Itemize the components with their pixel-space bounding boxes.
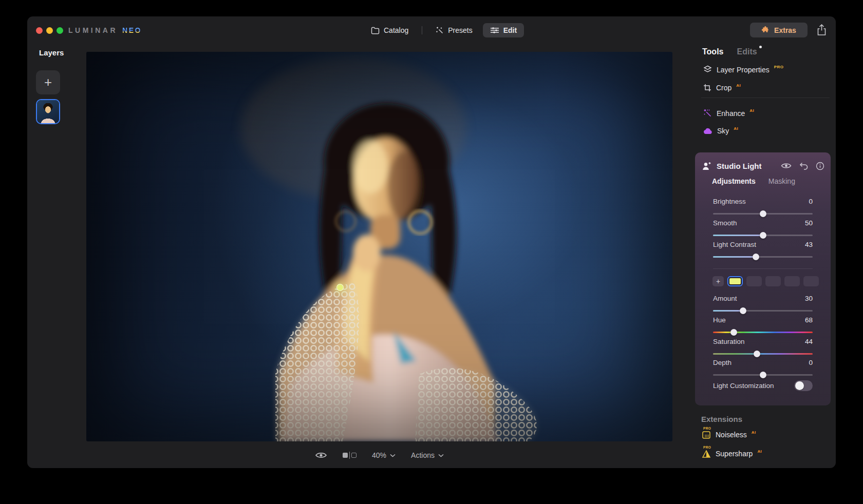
zoom-window-button[interactable] xyxy=(57,27,63,34)
puzzle-icon xyxy=(761,26,770,34)
amount-slider-knob[interactable] xyxy=(740,307,746,314)
depth-slider-knob[interactable] xyxy=(760,372,766,378)
supersharp-icon: PRO xyxy=(702,449,711,458)
reset-undo-icon[interactable] xyxy=(799,162,808,170)
compare-after-square xyxy=(351,453,357,458)
slider-value: 0 xyxy=(809,198,813,206)
light-swatch-empty[interactable] xyxy=(765,276,781,286)
cloud-icon xyxy=(703,128,712,134)
tab-tools[interactable]: Tools xyxy=(702,47,723,56)
edit-canvas[interactable] xyxy=(86,52,672,441)
minimize-window-button[interactable] xyxy=(46,27,53,34)
zoom-level-dropdown[interactable]: 40% xyxy=(372,451,396,459)
ai-badge: AI xyxy=(736,83,741,88)
layers-panel-title: Layers xyxy=(39,48,64,57)
light-contrast-slider[interactable] xyxy=(713,253,813,260)
light-swatch-empty[interactable] xyxy=(803,276,819,286)
add-layer-button[interactable]: + xyxy=(36,70,60,94)
layers-icon xyxy=(703,65,712,74)
info-icon[interactable] xyxy=(816,162,824,170)
crop-icon xyxy=(703,84,711,92)
slider-row-light-contrast: Light Contrast43 xyxy=(713,241,813,260)
studio-light-panel: Studio Light Adjustments Masking Brightn… xyxy=(695,152,831,405)
visibility-eye-icon[interactable] xyxy=(781,162,792,169)
tab-edits-label: Edits xyxy=(737,47,757,56)
amount-slider[interactable] xyxy=(713,307,813,314)
smooth-slider[interactable] xyxy=(713,231,813,239)
slider-label: Saturation xyxy=(713,338,745,346)
actions-dropdown[interactable]: Actions xyxy=(411,451,444,459)
light-customization-label: Light Customization xyxy=(713,382,774,390)
extension-label: Supersharp xyxy=(716,450,753,458)
slider-label: Brightness xyxy=(713,198,746,206)
studio-light-title: Studio Light xyxy=(717,162,761,170)
tab-adjustments[interactable]: Adjustments xyxy=(712,177,756,185)
tool-sky[interactable]: Sky AI xyxy=(703,127,738,135)
light-customization-toggle[interactable] xyxy=(794,380,813,391)
slider-value: 68 xyxy=(805,316,813,324)
tool-label: Layer Properties xyxy=(717,66,770,74)
hue-slider[interactable] xyxy=(713,328,813,336)
brightness-slider-knob[interactable] xyxy=(760,210,766,217)
extension-noiseless[interactable]: PRO Noiseless AI xyxy=(702,430,756,439)
tab-masking[interactable]: Masking xyxy=(768,177,795,185)
edits-notification-dot xyxy=(759,46,762,48)
brightness-slider[interactable] xyxy=(713,210,813,217)
chevron-down-icon xyxy=(390,454,396,457)
slider-label: Light Contrast xyxy=(713,241,756,249)
logo-luminar: LUMINAR xyxy=(68,26,118,34)
add-light-button[interactable]: + xyxy=(712,276,724,286)
slider-label: Hue xyxy=(713,316,726,324)
light-contrast-slider-knob[interactable] xyxy=(753,254,759,260)
slider-label: Amount xyxy=(713,295,737,303)
slider-row-brightness: Brightness0 xyxy=(713,198,813,217)
pro-mini-badge: PRO xyxy=(703,427,711,430)
share-icon[interactable] xyxy=(817,24,827,36)
layer-thumbnail-selected[interactable] xyxy=(36,99,60,124)
magic-wand-icon xyxy=(436,26,444,34)
app-window: LUMINAR NEO Catalog Presets Edit Extras … xyxy=(27,16,836,468)
close-window-button[interactable] xyxy=(36,27,43,34)
depth-slider[interactable] xyxy=(713,371,813,378)
ai-badge: AI xyxy=(749,108,754,113)
chevron-down-icon xyxy=(438,454,444,457)
tab-edit[interactable]: Edit xyxy=(483,23,524,37)
compare-icon[interactable] xyxy=(343,452,357,459)
slider-row-hue: Hue68 xyxy=(713,316,813,336)
light-swatch-empty[interactable] xyxy=(746,276,762,286)
tool-layer-properties[interactable]: Layer Properties PRO xyxy=(703,65,783,74)
slider-row-depth: Depth0 xyxy=(713,359,813,378)
studio-light-person-icon xyxy=(702,162,712,170)
smooth-slider-knob[interactable] xyxy=(760,232,766,239)
hue-slider-knob[interactable] xyxy=(730,329,737,336)
preview-eye-icon[interactable] xyxy=(315,451,327,459)
light-swatch-color xyxy=(729,278,741,284)
light-color-swatches: + xyxy=(712,276,819,286)
studio-light-source-handle[interactable] xyxy=(336,284,344,291)
light-swatch-empty[interactable] xyxy=(784,276,800,286)
app-logo: LUMINAR NEO xyxy=(68,26,142,34)
saturation-slider[interactable] xyxy=(713,350,813,357)
tab-edits[interactable]: Edits xyxy=(737,47,757,56)
canvas-toolbar: 40% Actions xyxy=(86,448,672,463)
tab-catalog[interactable]: Catalog xyxy=(364,23,416,37)
slider-row-smooth: Smooth50 xyxy=(713,219,813,239)
extras-label: Extras xyxy=(774,26,796,34)
ai-badge: AI xyxy=(734,126,738,131)
light-swatch-selected[interactable] xyxy=(727,276,743,286)
toggle-knob xyxy=(795,381,804,390)
slider-value: 43 xyxy=(805,241,813,249)
tool-crop[interactable]: Crop AI xyxy=(703,84,741,92)
tool-enhance[interactable]: Enhance AI xyxy=(703,109,754,118)
tab-edit-label: Edit xyxy=(503,26,517,34)
light-customization-row: Light Customization xyxy=(713,382,813,390)
extension-supersharp[interactable]: PRO Supersharp AI xyxy=(702,449,762,458)
extras-button[interactable]: Extras xyxy=(750,23,808,37)
slider-label: Depth xyxy=(713,359,731,367)
tab-presets[interactable]: Presets xyxy=(428,23,479,37)
pro-mini-badge: PRO xyxy=(703,445,711,449)
plus-icon: + xyxy=(716,277,720,285)
saturation-slider-knob[interactable] xyxy=(754,351,760,357)
tab-catalog-label: Catalog xyxy=(384,26,408,34)
tools-divider xyxy=(701,98,830,98)
